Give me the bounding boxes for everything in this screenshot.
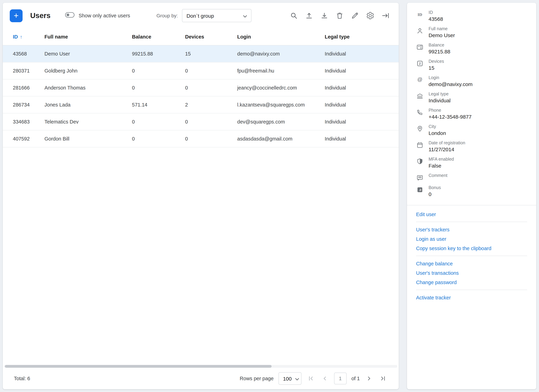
- admin-app: + Users Show only active users Group by:…: [0, 0, 539, 392]
- phone-icon: [416, 109, 424, 116]
- field-devices: 2 Devices 15: [407, 57, 536, 73]
- column-header-login[interactable]: Login: [237, 34, 325, 40]
- cell-login: dev@squaregps.com: [237, 119, 325, 125]
- table-header: ID ↑ Full name Balance Devices Login Leg…: [3, 28, 399, 45]
- last-page-icon[interactable]: [379, 374, 388, 383]
- field-city: City London: [407, 122, 536, 138]
- calendar-icon: [416, 141, 424, 149]
- rows-per-page-select[interactable]: 100: [279, 372, 301, 385]
- divider: [416, 290, 527, 290]
- cell-devices: 0: [185, 119, 237, 125]
- cell-full-name: Goldberg John: [44, 68, 132, 74]
- table-footer: Total: 6 Rows per page 100: [3, 368, 399, 389]
- cell-devices: 15: [185, 51, 237, 57]
- svg-text:.0: .0: [419, 188, 421, 192]
- add-user-button[interactable]: +: [10, 9, 23, 22]
- settings-icon[interactable]: [364, 9, 376, 22]
- cell-id: 43568: [13, 51, 44, 57]
- column-header-full-name[interactable]: Full name: [44, 34, 132, 40]
- edit-user-link[interactable]: Edit user: [416, 209, 527, 219]
- cell-legal-type: Individual: [325, 51, 399, 57]
- users-transactions-link[interactable]: User's transactions: [416, 268, 527, 278]
- svg-text:2: 2: [419, 62, 421, 65]
- field-login: @ Login demo@navixy.com: [407, 73, 536, 90]
- total-count: Total: 6: [14, 376, 30, 381]
- field-mfa-enabled: MFA enabled False: [407, 155, 536, 171]
- next-page-icon[interactable]: [365, 374, 374, 383]
- cell-balance: 571.14: [132, 102, 185, 108]
- horizontal-scrollbar[interactable]: [4, 365, 397, 368]
- field-date-of-registration: Date of registration 11/27/2014: [407, 138, 536, 155]
- first-page-icon[interactable]: [306, 374, 315, 383]
- cell-legal-type: Individual: [325, 119, 399, 125]
- field-comment: Comment: [407, 171, 536, 183]
- cell-id: 334683: [13, 119, 44, 125]
- page-input[interactable]: [334, 373, 346, 384]
- group-by-value: Don`t group: [187, 13, 214, 19]
- column-header-id[interactable]: ID ↑: [13, 34, 44, 40]
- upload-icon[interactable]: [303, 9, 315, 22]
- cell-login: asdasdasda@gmail.com: [237, 136, 325, 142]
- change-balance-link[interactable]: Change balance: [416, 259, 527, 268]
- cell-balance: 0: [132, 136, 185, 142]
- column-header-devices[interactable]: Devices: [185, 34, 237, 40]
- collapse-panel-icon[interactable]: [379, 9, 392, 22]
- activate-tracker-link[interactable]: Activate tracker: [416, 293, 527, 302]
- cell-login: demo@navixy.com: [237, 51, 325, 57]
- edit-icon[interactable]: [349, 9, 361, 22]
- cell-balance: 0: [132, 68, 185, 74]
- search-icon[interactable]: [288, 9, 300, 22]
- balance-card-icon: [416, 43, 424, 51]
- cell-full-name: Telematics Dev: [44, 119, 132, 125]
- svg-text:@: @: [417, 76, 423, 82]
- group-by-label: Group by:: [156, 13, 178, 18]
- cell-balance: 0: [132, 119, 185, 125]
- divider: [416, 222, 527, 222]
- cell-login: l.kazantseva@squaregps.com: [237, 102, 325, 108]
- group-by-select[interactable]: Don`t group: [182, 9, 251, 22]
- scrollbar-thumb[interactable]: [5, 365, 272, 368]
- bank-icon: [416, 92, 424, 100]
- users-panel: + Users Show only active users Group by:…: [3, 3, 399, 389]
- chevron-down-icon: [243, 13, 247, 19]
- cell-devices: 0: [185, 85, 237, 90]
- copy-session-key-link[interactable]: Copy session key to the clipboard: [416, 244, 527, 253]
- user-actions: Edit user User's trackers Login as user …: [407, 205, 536, 302]
- change-password-link[interactable]: Change password: [416, 278, 527, 287]
- location-pin-icon: [416, 125, 424, 132]
- cell-id: 281666: [13, 85, 44, 90]
- chevron-down-icon: [295, 376, 299, 381]
- svg-text:ID: ID: [418, 12, 422, 17]
- page-title: Users: [30, 11, 51, 20]
- field-legal-type: Legal type Individual: [407, 90, 536, 106]
- toggle-label: Show only active users: [79, 13, 130, 18]
- download-icon[interactable]: [318, 9, 331, 22]
- active-users-toggle[interactable]: Show only active users: [65, 12, 130, 19]
- cell-balance: 99215.88: [132, 51, 185, 57]
- column-header-balance[interactable]: Balance: [132, 34, 185, 40]
- table-body: 43568 Demo User 99215.88 15 demo@navixy.…: [3, 45, 399, 147]
- sort-ascending-icon: ↑: [20, 34, 22, 40]
- cell-legal-type: Individual: [325, 102, 399, 108]
- toolbar-actions: [288, 9, 392, 22]
- table-row[interactable]: 407592 Gordon Bill 0 0 asdasdasda@gmail.…: [3, 130, 399, 147]
- table-row[interactable]: 286734 Jones Lada 571.14 2 l.kazantseva@…: [3, 96, 399, 113]
- column-header-legal-type[interactable]: Legal type: [325, 34, 399, 40]
- table-row[interactable]: 281666 Anderson Thomas 0 0 jeancy@coccin…: [3, 80, 399, 96]
- devices-icon: 2: [416, 60, 424, 67]
- table-row[interactable]: 280371 Goldberg John 0 0 fpu@freemail.hu…: [3, 62, 399, 80]
- login-as-user-link[interactable]: Login as user: [416, 234, 527, 244]
- page-of-label: of 1: [351, 376, 360, 381]
- user-fields: ID ID 43568 Full name Demo User: [407, 3, 536, 200]
- cell-full-name: Gordon Bill: [44, 136, 132, 142]
- bonus-icon: .0: [416, 186, 424, 194]
- table-row[interactable]: 334683 Telematics Dev 0 0 dev@squaregps.…: [3, 113, 399, 130]
- previous-page-icon[interactable]: [320, 374, 329, 383]
- comment-icon: [416, 174, 424, 181]
- field-full-name: Full name Demo User: [407, 24, 536, 41]
- delete-icon[interactable]: [333, 9, 346, 22]
- cell-devices: 2: [185, 102, 237, 108]
- field-balance: Balance 99215.88: [407, 41, 536, 57]
- table-row[interactable]: 43568 Demo User 99215.88 15 demo@navixy.…: [3, 45, 399, 62]
- users-trackers-link[interactable]: User's trackers: [416, 225, 527, 234]
